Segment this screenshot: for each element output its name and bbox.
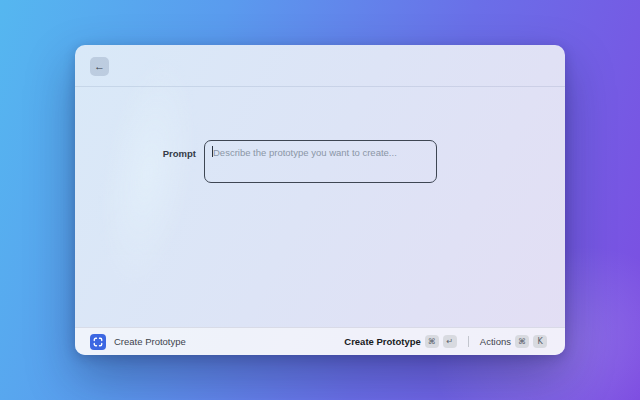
k-key-icon: K [533,335,547,348]
create-prototype-window: ← Prompt Create Prototype [75,45,565,355]
footer-bar: Create Prototype Create Prototype ⌘ ↵ Ac… [75,327,565,355]
create-prototype-icon [90,334,106,350]
prompt-field-wrap [204,140,437,183]
window-header: ← [75,45,565,87]
cmd-key-icon: ⌘ [425,335,439,348]
actions-button-label: Actions [480,336,511,347]
return-key-icon: ↵ [443,335,457,348]
actions-menu-button[interactable]: Actions ⌘ K [477,333,550,350]
footer-group-divider [468,336,469,347]
footer-command-info: Create Prototype [90,334,341,350]
prompt-label: Prompt [95,148,196,159]
submit-button-label: Create Prototype [344,336,421,347]
footer-command-name: Create Prototype [114,336,186,347]
back-button[interactable]: ← [90,57,109,76]
prompt-textarea[interactable] [204,140,437,183]
back-arrow-icon: ← [94,61,105,72]
create-prototype-submit-button[interactable]: Create Prototype ⌘ ↵ [341,333,460,350]
footer-actions: Create Prototype ⌘ ↵ Actions ⌘ K [341,333,550,350]
cmd-key-icon: ⌘ [515,335,529,348]
